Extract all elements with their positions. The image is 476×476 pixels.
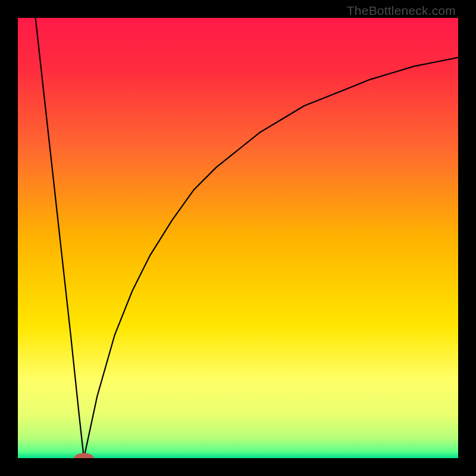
watermark-text: TheBottleneck.com <box>347 4 456 18</box>
chart-frame: TheBottleneck.com <box>0 0 476 476</box>
gradient-background <box>18 18 458 458</box>
plot-area <box>18 18 458 458</box>
chart-svg <box>18 18 458 458</box>
